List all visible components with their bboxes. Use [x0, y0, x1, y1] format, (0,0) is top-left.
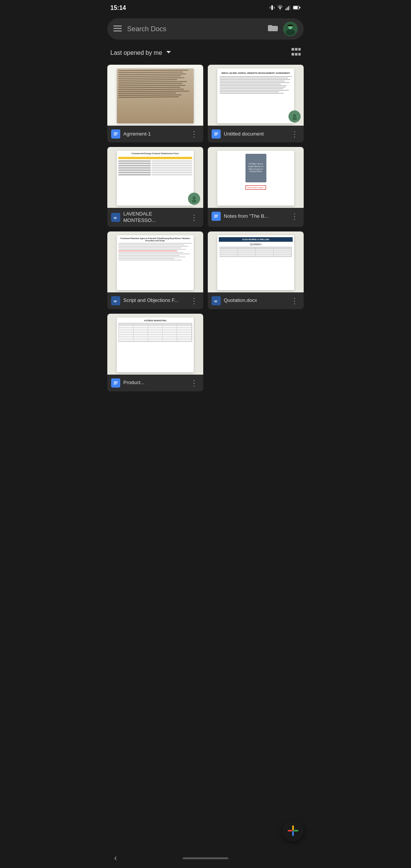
doc-more-agr1[interactable]: ⋮	[189, 129, 199, 139]
svg-point-16	[286, 29, 295, 35]
svg-rect-33	[214, 132, 218, 133]
doc-name-untitled: Untitled document	[224, 131, 286, 137]
svg-rect-11	[113, 26, 122, 27]
svg-rect-44	[214, 217, 217, 218]
doc-thumbnail-script: Fundraiser/Tabulator Agent to Potential …	[107, 231, 203, 292]
status-icons	[269, 5, 301, 12]
doc-info-quotation: W Quotation.docx ⋮	[208, 292, 304, 309]
svg-rect-20	[295, 48, 298, 51]
svg-rect-0	[271, 5, 273, 10]
wifi-icon	[277, 5, 283, 12]
svg-text:W: W	[114, 300, 117, 303]
signal-icon	[285, 5, 291, 12]
svg-point-31	[292, 117, 297, 120]
shared-avatar-untitled	[288, 110, 301, 123]
svg-rect-51	[114, 383, 118, 383]
doc-name-lavendale: LAVENDALE MONTESSO...	[123, 211, 186, 224]
svg-point-37	[193, 196, 196, 199]
doc-info-lavendale: W LAVENDALE MONTESSO... ⋮	[107, 208, 203, 227]
svg-rect-18	[288, 25, 293, 26]
doc-info-script: W Script and Objections F... ⋮	[107, 292, 203, 309]
doc-info-product: Product... ⋮	[107, 375, 203, 391]
sort-arrow-icon	[165, 49, 172, 57]
doc-type-icon-lavendale: W	[111, 213, 120, 222]
doc-name-quotation: Quotation.docx	[224, 297, 286, 304]
shared-avatar-lavendale	[188, 193, 200, 205]
doc-type-icon-product	[111, 378, 120, 388]
search-placeholder: Search Docs	[127, 25, 268, 33]
svg-text:W: W	[114, 216, 117, 220]
back-arrow[interactable]: ‹	[114, 853, 117, 863]
svg-rect-10	[299, 7, 300, 8]
svg-rect-21	[298, 48, 301, 51]
svg-rect-6	[288, 6, 289, 10]
sort-row: Last opened by me	[103, 43, 308, 62]
doc-thumbnail-quotation: AZAD BORING & DRILLING Quotation	[208, 231, 304, 292]
battery-icon	[293, 5, 301, 11]
doc-info-untitled: Untitled document ⋮	[208, 126, 304, 142]
svg-rect-43	[214, 216, 218, 217]
doc-type-icon-agr1	[111, 129, 120, 139]
doc-more-quotation[interactable]: ⋮	[289, 295, 300, 306]
doc-card-babur[interactable]: The Bābur-nāma in English (Memoirs of Bā…	[208, 147, 304, 227]
doc-card-agr1[interactable]: Agrrement-1 ⋮	[107, 65, 203, 142]
doc-name-babur: Notes from "The B...	[224, 213, 286, 220]
doc-type-icon-babur	[212, 212, 221, 221]
svg-point-38	[192, 199, 196, 203]
doc-name-script: Script and Objections F...	[123, 297, 186, 304]
svg-rect-9	[294, 6, 298, 9]
doc-more-untitled[interactable]: ⋮	[289, 129, 300, 139]
doc-card-script[interactable]: Fundraiser/Tabulator Agent to Potential …	[107, 231, 203, 309]
avatar[interactable]	[283, 22, 298, 36]
svg-rect-27	[114, 134, 118, 134]
svg-rect-4	[285, 8, 286, 10]
doc-thumbnail-untitled: MIRZA QASIM JARRAL WEBSITE MANAGEMENT AG…	[208, 65, 304, 126]
svg-rect-19	[292, 48, 294, 51]
doc-more-lavendale[interactable]: ⋮	[189, 212, 199, 223]
sort-label-text: Last opened by me	[110, 49, 162, 56]
doc-more-babur[interactable]: ⋮	[289, 211, 300, 222]
svg-rect-23	[295, 53, 298, 56]
doc-more-product[interactable]: ⋮	[189, 378, 199, 388]
svg-rect-12	[113, 28, 122, 29]
svg-rect-28	[114, 135, 116, 136]
svg-rect-50	[114, 381, 118, 382]
svg-rect-7	[289, 5, 290, 10]
doc-card-untitled[interactable]: MIRZA QASIM JARRAL WEBSITE MANAGEMENT AG…	[208, 65, 304, 142]
svg-rect-26	[114, 132, 118, 133]
doc-card-lavendale[interactable]: Commercial Energy Contract Submission Fo…	[107, 147, 203, 227]
svg-rect-13	[113, 30, 122, 32]
docs-grid: Agrrement-1 ⋮ MIRZA QASIM JARRAL WEBSITE…	[103, 62, 308, 422]
svg-rect-35	[214, 135, 217, 136]
doc-name-agr1: Agrrement-1	[123, 131, 186, 137]
doc-name-product: Product...	[123, 380, 186, 386]
status-bar: 15:14	[103, 0, 308, 15]
doc-info-babur: Notes from "The B... ⋮	[208, 208, 304, 225]
fab-new-doc[interactable]	[282, 820, 304, 841]
menu-icon[interactable]	[113, 25, 122, 34]
svg-rect-2	[274, 6, 274, 8]
search-bar[interactable]: Search Docs	[107, 18, 304, 40]
doc-thumbnail-agr1	[107, 65, 203, 126]
nav-pill	[183, 857, 228, 859]
svg-rect-42	[214, 215, 218, 215]
svg-rect-5	[287, 7, 288, 10]
svg-rect-52	[114, 384, 116, 385]
doc-card-product[interactable]: ASTIBSK MARKETING	[107, 314, 203, 391]
doc-thumbnail-babur: The Bābur-nāma in English (Memoirs of Bā…	[208, 147, 304, 208]
sort-label[interactable]: Last opened by me	[110, 49, 172, 57]
doc-thumbnail-product: ASTIBSK MARKETING	[107, 314, 203, 375]
svg-point-30	[293, 114, 296, 117]
status-time: 15:14	[110, 5, 126, 11]
svg-rect-34	[214, 134, 218, 134]
doc-thumbnail-lavendale: Commercial Energy Contract Submission Fo…	[107, 147, 203, 208]
doc-card-quotation[interactable]: AZAD BORING & DRILLING Quotation	[208, 231, 304, 309]
doc-more-script[interactable]: ⋮	[189, 295, 199, 306]
vibrate-icon	[269, 5, 275, 12]
bottom-nav: ‹	[103, 848, 308, 868]
doc-type-icon-untitled	[212, 129, 221, 139]
folder-icon[interactable]	[268, 24, 278, 34]
svg-rect-24	[298, 53, 301, 56]
svg-rect-1	[270, 6, 270, 8]
list-view-icon[interactable]	[292, 48, 301, 58]
